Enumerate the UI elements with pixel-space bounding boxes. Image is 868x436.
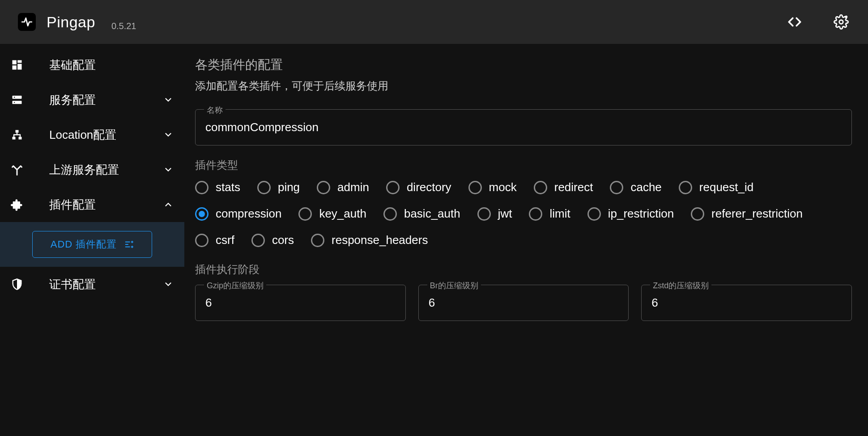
- br-field: Br的压缩级别: [418, 285, 629, 321]
- plugin-type-radio-csrf[interactable]: csrf: [195, 233, 234, 247]
- dashboard-icon: [9, 57, 25, 73]
- svg-rect-3: [17, 60, 21, 63]
- plugin-type-radio-admin[interactable]: admin: [317, 180, 369, 194]
- fork-icon: [9, 162, 25, 178]
- plugin-type-radio-key_auth[interactable]: key_auth: [298, 207, 366, 221]
- radio-label: mock: [489, 180, 517, 194]
- radio-label: cache: [630, 180, 661, 194]
- svg-point-1: [845, 16, 848, 18]
- svg-rect-6: [13, 96, 22, 99]
- radio-label: request_id: [699, 180, 753, 194]
- sidebar-item-label: 服务配置: [49, 92, 139, 108]
- radio-label: basic_auth: [404, 207, 460, 221]
- radio-label: directory: [407, 180, 451, 194]
- radio-label: cors: [272, 233, 294, 247]
- plugin-type-radio-response_headers[interactable]: response_headers: [311, 233, 428, 247]
- code-icon[interactable]: [786, 13, 804, 31]
- plugin-type-radio-mock[interactable]: mock: [468, 180, 517, 194]
- chevron-down-icon: [163, 164, 174, 175]
- app-version: 0.5.21: [111, 21, 136, 31]
- radio-label: ip_restriction: [608, 207, 674, 221]
- sidebar-item-label: 基础配置: [49, 57, 174, 73]
- svg-rect-5: [13, 65, 17, 69]
- plugin-type-radio-limit[interactable]: limit: [529, 207, 570, 221]
- radio-icon: [679, 181, 692, 194]
- chevron-up-icon: [163, 199, 174, 210]
- server-icon: [9, 92, 25, 108]
- sidebar-item-server[interactable]: 服务配置: [0, 82, 184, 117]
- settings-icon[interactable]: [832, 13, 850, 31]
- svg-rect-2: [13, 60, 17, 64]
- radio-label: admin: [337, 180, 369, 194]
- tune-icon: [124, 239, 134, 249]
- svg-point-9: [14, 102, 15, 103]
- exec-stage-label: 插件执行阶段: [195, 262, 852, 277]
- radio-label: ping: [278, 180, 300, 194]
- radio-icon: [317, 181, 330, 194]
- page-title: 各类插件的配置: [195, 56, 852, 73]
- plugin-type-radio-ip_restriction[interactable]: ip_restriction: [587, 207, 674, 221]
- add-button-label: ADD 插件配置: [51, 238, 117, 251]
- radio-icon: [477, 207, 491, 221]
- gzip-field-label: Gzip的压缩级别: [204, 280, 266, 291]
- svg-point-8: [14, 97, 15, 98]
- plugin-type-radio-cors[interactable]: cors: [251, 233, 294, 247]
- plugin-type-radio-cache[interactable]: cache: [610, 180, 661, 194]
- add-plugin-button[interactable]: ADD 插件配置: [32, 231, 153, 258]
- svg-rect-12: [19, 137, 22, 140]
- svg-rect-4: [17, 64, 21, 70]
- sidebar-item-label: 插件配置: [49, 197, 139, 213]
- plugin-type-radio-redirect[interactable]: redirect: [534, 180, 593, 194]
- header: Pingap 0.5.21: [0, 0, 868, 44]
- plugin-type-label: 插件类型: [195, 158, 852, 172]
- plugin-type-radio-compression[interactable]: compression: [195, 207, 281, 221]
- plugin-type-radio-request_id[interactable]: request_id: [679, 180, 753, 194]
- svg-rect-10: [16, 130, 19, 133]
- zstd-field-label: Zstd的压缩级别: [650, 280, 711, 291]
- plugin-type-radio-ping[interactable]: ping: [257, 180, 300, 194]
- sitemap-icon: [9, 127, 25, 143]
- br-field-label: Br的压缩级别: [427, 280, 481, 291]
- radio-label: csrf: [216, 233, 234, 247]
- app-logo: [18, 13, 36, 31]
- chevron-down-icon: [163, 94, 174, 105]
- sidebar-plugin-sub: ADD 插件配置: [0, 222, 184, 267]
- radio-label: response_headers: [332, 233, 428, 247]
- sidebar-item-plugin[interactable]: 插件配置: [0, 187, 184, 222]
- radio-icon: [610, 181, 623, 194]
- sidebar-item-basic[interactable]: 基础配置: [0, 47, 184, 82]
- name-field-label: 名称: [204, 105, 226, 115]
- radio-label: key_auth: [319, 207, 366, 221]
- main-content: 各类插件的配置 添加配置各类插件，可便于后续服务使用 名称 插件类型 stats…: [184, 44, 868, 436]
- name-input[interactable]: [195, 109, 852, 145]
- sidebar-item-label: Location配置: [49, 127, 139, 143]
- app-title: Pingap: [47, 13, 95, 31]
- radio-icon: [251, 234, 265, 247]
- sidebar-item-label: 上游服务配置: [49, 162, 139, 178]
- sidebar-item-upstream[interactable]: 上游服务配置: [0, 152, 184, 187]
- zstd-field: Zstd的压缩级别: [641, 285, 852, 321]
- radio-icon: [386, 181, 400, 194]
- radio-icon: [195, 234, 208, 247]
- plugin-type-radio-directory[interactable]: directory: [386, 180, 451, 194]
- gzip-field: Gzip的压缩级别: [195, 285, 406, 321]
- radio-icon: [257, 181, 271, 194]
- activity-icon: [21, 16, 33, 28]
- radio-icon: [587, 207, 601, 221]
- radio-label: referer_restriction: [711, 207, 803, 221]
- plugin-type-radio-referer_restriction[interactable]: referer_restriction: [691, 207, 803, 221]
- sidebar-item-location[interactable]: Location配置: [0, 117, 184, 152]
- radio-icon: [195, 207, 208, 221]
- chevron-down-icon: [163, 279, 174, 290]
- puzzle-icon: [9, 197, 25, 213]
- plugin-type-radio-basic_auth[interactable]: basic_auth: [383, 207, 460, 221]
- sidebar-item-label: 证书配置: [49, 277, 139, 292]
- radio-label: compression: [216, 207, 281, 221]
- sidebar-item-cert[interactable]: 证书配置: [0, 267, 184, 302]
- radio-label: jwt: [498, 207, 512, 221]
- radio-label: limit: [549, 207, 570, 221]
- radio-icon: [195, 181, 208, 194]
- sidebar: 基础配置 服务配置 Location配置 上游服务配置: [0, 44, 184, 436]
- plugin-type-radio-stats[interactable]: stats: [195, 180, 240, 194]
- plugin-type-radio-jwt[interactable]: jwt: [477, 207, 512, 221]
